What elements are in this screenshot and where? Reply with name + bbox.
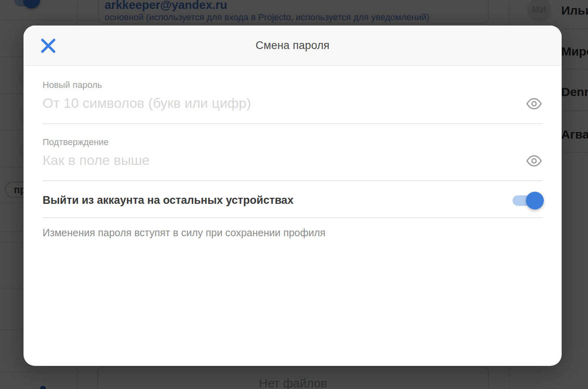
new-password-input[interactable] — [43, 94, 514, 123]
logout-other-devices-toggle[interactable] — [513, 195, 542, 206]
password-change-note: Изменения пароля вступят в силу при сохр… — [43, 227, 543, 239]
toggle-visibility-button[interactable] — [526, 98, 543, 111]
toggle-visibility-button[interactable] — [526, 155, 543, 168]
logout-other-devices-row: Выйти из аккаунта на остальных устройств… — [43, 181, 543, 218]
x-icon — [39, 50, 58, 56]
modal-title: Смена пароля — [255, 39, 329, 52]
close-button[interactable] — [39, 36, 58, 55]
new-password-field-group: Новый пароль — [43, 80, 543, 124]
confirm-password-input[interactable] — [43, 152, 514, 180]
modal-header: Смена пароля — [24, 26, 562, 66]
modal-body: Новый пароль Подтверждение — [24, 80, 562, 239]
confirm-password-label: Подтверждение — [43, 137, 543, 147]
toggle-knob — [526, 192, 544, 209]
confirm-password-field-group: Подтверждение — [43, 137, 543, 181]
eye-icon — [526, 105, 542, 111]
change-password-modal: Смена пароля Новый пароль Подтверждение — [24, 26, 562, 366]
new-password-label: Новый пароль — [43, 80, 543, 90]
logout-other-devices-label: Выйти из аккаунта на остальных устройств… — [43, 194, 294, 207]
eye-icon — [526, 162, 542, 168]
